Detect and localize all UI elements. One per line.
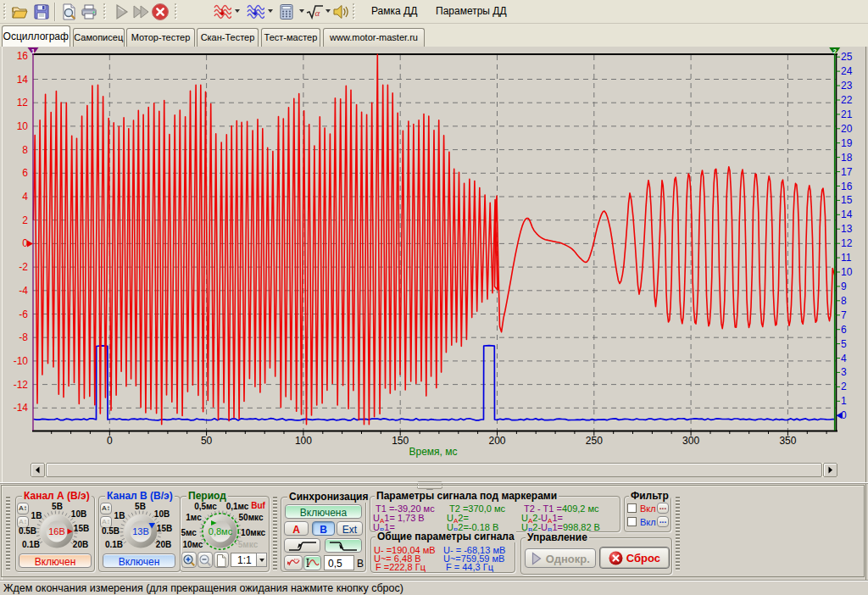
svg-text:2: 2 [22, 214, 28, 226]
svg-text:-14: -14 [14, 402, 29, 414]
svg-text:-10: -10 [14, 355, 29, 367]
svg-text:50: 50 [201, 435, 213, 447]
svg-text:15: 15 [841, 194, 853, 206]
svg-text:3: 3 [841, 366, 847, 378]
svg-text:14: 14 [17, 74, 29, 86]
svg-text:6: 6 [841, 324, 847, 336]
svg-text:22: 22 [841, 94, 853, 106]
svg-text:-6: -6 [19, 309, 28, 320]
svg-text:150: 150 [392, 435, 409, 447]
svg-text:12: 12 [841, 237, 853, 249]
svg-text:23: 23 [841, 80, 853, 92]
svg-text:4: 4 [22, 191, 28, 203]
svg-text:6: 6 [22, 167, 28, 179]
svg-text:13В: 13В [132, 526, 149, 537]
svg-text:200: 200 [488, 435, 505, 447]
svg-text:0: 0 [107, 435, 113, 447]
svg-text:8: 8 [841, 295, 847, 307]
svg-text:17: 17 [841, 166, 853, 178]
svg-text:11: 11 [841, 252, 852, 264]
svg-text:α: α [315, 8, 320, 18]
svg-text:24: 24 [841, 65, 853, 77]
svg-text:13: 13 [841, 223, 853, 235]
svg-text:8: 8 [22, 144, 28, 156]
svg-text:7: 7 [841, 309, 847, 321]
svg-text:2: 2 [832, 47, 837, 55]
svg-text:21: 21 [841, 108, 853, 120]
svg-text:16: 16 [841, 181, 853, 192]
svg-text:Время, мс: Время, мс [409, 446, 457, 458]
svg-text:2: 2 [841, 381, 847, 392]
svg-text:16: 16 [17, 50, 29, 62]
svg-text:14: 14 [841, 209, 853, 220]
svg-text:300: 300 [682, 435, 699, 447]
svg-text:10: 10 [17, 120, 29, 132]
svg-text:25: 25 [841, 51, 853, 63]
svg-text:1: 1 [31, 47, 36, 55]
svg-text:350: 350 [779, 435, 796, 447]
svg-text:12: 12 [17, 97, 29, 108]
svg-text:18: 18 [841, 152, 853, 164]
svg-text:0,8мс: 0,8мс [209, 526, 233, 537]
svg-text:9: 9 [841, 281, 847, 292]
svg-text:-8: -8 [19, 331, 28, 343]
svg-text:100: 100 [295, 435, 312, 447]
svg-text:-2: -2 [19, 261, 28, 273]
svg-text:4: 4 [841, 353, 847, 364]
svg-text:250: 250 [586, 435, 603, 447]
svg-text:19: 19 [841, 137, 853, 149]
svg-text:16В: 16В [48, 526, 65, 537]
svg-text:5: 5 [841, 338, 847, 350]
svg-text:20: 20 [841, 123, 853, 135]
svg-text:10: 10 [841, 266, 853, 278]
svg-text:-4: -4 [19, 285, 28, 297]
svg-text:-12: -12 [14, 379, 29, 391]
svg-text:1: 1 [841, 395, 847, 407]
